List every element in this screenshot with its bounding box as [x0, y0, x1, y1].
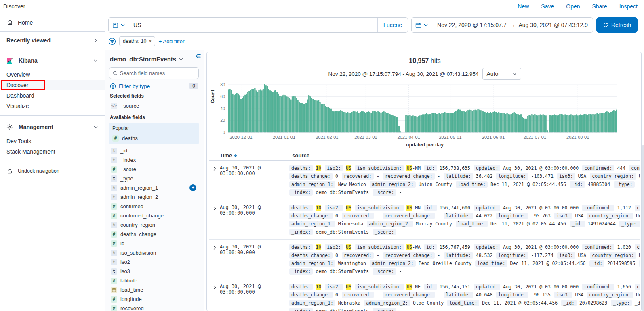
field-item-_id[interactable]: t_id [109, 146, 199, 155]
histogram-bar[interactable] [448, 113, 450, 132]
top-link-open[interactable]: Open [566, 3, 580, 10]
histogram-bar[interactable] [292, 97, 293, 133]
histogram-bar[interactable] [547, 131, 548, 132]
histogram-bar[interactable] [400, 132, 401, 132]
histogram-bar[interactable] [579, 115, 580, 132]
histogram-bar[interactable] [295, 97, 296, 133]
histogram-bar[interactable] [418, 116, 419, 132]
histogram-bar[interactable] [296, 98, 297, 132]
histogram-bar[interactable] [469, 110, 470, 132]
histogram-bar[interactable] [533, 115, 534, 132]
histogram-bar[interactable] [246, 94, 247, 132]
histogram-bar[interactable] [529, 115, 530, 132]
histogram-bar[interactable] [375, 111, 376, 132]
top-link-save[interactable]: Save [541, 3, 554, 10]
histogram-bar[interactable] [505, 114, 506, 132]
top-link-new[interactable]: New [518, 3, 529, 10]
field-item-recovered[interactable]: #recovered [109, 304, 199, 311]
histogram-bar[interactable] [484, 112, 486, 132]
histogram-bar[interactable] [397, 117, 398, 132]
histogram-bar[interactable] [471, 110, 472, 132]
histogram-bar[interactable] [256, 91, 257, 132]
field-item-iso_subdivision[interactable]: tiso_subdivision [109, 248, 199, 257]
histogram-bar[interactable] [346, 113, 347, 132]
histogram-bar[interactable] [335, 111, 336, 132]
histogram-bar[interactable] [290, 100, 292, 132]
top-link-inspect[interactable]: Inspect [619, 3, 638, 10]
histogram-bar[interactable] [430, 114, 431, 132]
histogram-bar[interactable] [501, 113, 502, 132]
histogram-bar[interactable] [279, 96, 280, 132]
histogram-bar[interactable] [615, 111, 616, 132]
date-from[interactable]: Nov 22, 2020 @ 17:15:07.7 [437, 22, 506, 28]
field-item-iso2[interactable]: tiso2 [109, 257, 199, 267]
histogram-bar[interactable] [565, 115, 566, 132]
histogram-bar[interactable] [503, 113, 504, 132]
histogram-bar[interactable] [461, 111, 462, 132]
histogram-bar[interactable] [268, 89, 269, 132]
histogram-bar[interactable] [590, 114, 591, 132]
histogram-bar[interactable] [452, 113, 454, 132]
histogram-bar[interactable] [605, 112, 606, 132]
histogram-bar[interactable] [515, 113, 516, 132]
top-link-share[interactable]: Share [592, 3, 607, 10]
calendar-dropdown-button[interactable] [412, 18, 432, 32]
histogram-bar[interactable] [242, 98, 243, 132]
histogram-bar[interactable] [518, 115, 519, 132]
histogram-bar[interactable] [555, 115, 556, 132]
histogram-bar[interactable] [527, 116, 528, 132]
histogram-bar[interactable] [530, 116, 531, 132]
histogram-bar[interactable] [329, 108, 330, 132]
histogram-bar[interactable] [383, 111, 384, 132]
histogram-bar[interactable] [588, 115, 589, 132]
histogram-bar[interactable] [275, 90, 276, 132]
histogram-bar[interactable] [600, 113, 601, 132]
histogram-bar[interactable] [252, 89, 253, 132]
histogram-bar[interactable] [261, 91, 263, 132]
histogram-bar[interactable] [368, 111, 369, 132]
histogram-bar[interactable] [315, 100, 316, 132]
histogram-bar[interactable] [243, 97, 244, 133]
histogram-bar[interactable] [486, 113, 487, 132]
histogram-bar[interactable] [415, 116, 416, 132]
histogram-bar[interactable] [343, 112, 344, 132]
histogram-bar[interactable] [585, 115, 587, 132]
histogram-bar[interactable] [447, 113, 448, 132]
expand-doc-icon[interactable] [209, 283, 220, 311]
histogram-bar[interactable] [308, 96, 309, 132]
histogram-bar[interactable] [432, 113, 433, 132]
histogram-bar[interactable] [421, 115, 422, 132]
histogram-bar[interactable] [314, 100, 315, 132]
vertical-scrollbar[interactable] [642, 145, 644, 311]
histogram-bar[interactable] [382, 112, 383, 132]
histogram-bar[interactable] [491, 113, 492, 132]
histogram-bar[interactable] [231, 90, 232, 132]
field-item-_type[interactable]: t_type [109, 174, 199, 183]
sidebar-item-dashboard[interactable]: Dashboard [0, 90, 105, 101]
histogram-bar[interactable] [357, 111, 358, 132]
histogram-bar[interactable] [459, 110, 461, 132]
collapse-sidebar-icon[interactable] [195, 53, 201, 61]
field-search[interactable] [109, 67, 199, 79]
nav-section-management[interactable]: Management [0, 118, 105, 136]
histogram-bar[interactable] [369, 112, 370, 132]
histogram-bar[interactable] [263, 89, 264, 132]
histogram-bar[interactable] [580, 115, 581, 132]
histogram-bar[interactable] [349, 113, 350, 132]
histogram-bar[interactable] [483, 111, 484, 132]
nav-section-kibana[interactable]: Kibana [0, 52, 105, 69]
histogram-bar[interactable] [239, 96, 240, 132]
histogram-bar[interactable] [423, 115, 425, 132]
histogram-bar[interactable] [244, 95, 246, 132]
histogram-bar[interactable] [396, 117, 397, 132]
histogram-bar[interactable] [324, 104, 325, 132]
sidebar-item-dev-tools[interactable]: Dev Tools [0, 136, 105, 146]
undock-navigation-button[interactable]: Undock navigation [0, 163, 105, 179]
refresh-button[interactable]: Refresh [596, 17, 638, 33]
histogram-bar[interactable] [303, 104, 304, 132]
histogram-bar[interactable] [566, 115, 567, 132]
histogram-bar[interactable] [490, 112, 491, 132]
histogram-bar[interactable] [539, 115, 540, 132]
histogram-bar[interactable] [317, 101, 318, 132]
histogram-bar[interactable] [554, 115, 555, 132]
